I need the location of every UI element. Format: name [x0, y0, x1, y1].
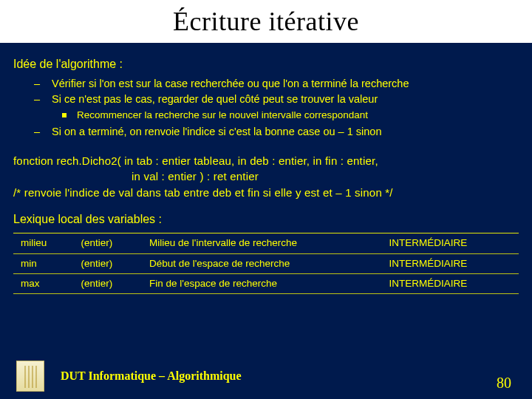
- slide-body: Idée de l'algorithme : – Vérifier si l'o…: [0, 47, 532, 294]
- var-type: (entier): [74, 273, 143, 293]
- sub-list-item: Recommencer la recherche sur le nouvel i…: [34, 109, 519, 122]
- table-row: min (entier) Début de l'espace de recher…: [13, 253, 519, 273]
- intro-text: Idée de l'algorithme :: [13, 56, 519, 72]
- title-bar: Écriture itérative: [0, 0, 532, 47]
- var-role: INTERMÉDIAIRE: [381, 273, 519, 293]
- list-item: – Si on a terminé, on renvoie l'indice s…: [34, 125, 519, 140]
- bullet-text: Si on a terminé, on renvoie l'indice si …: [52, 125, 381, 140]
- function-signature: fonction rech.Dicho2( in tab : entier ta…: [13, 153, 519, 201]
- footer: DUT Informatique – Algorithmique 80: [0, 361, 532, 392]
- var-type: (entier): [74, 233, 143, 253]
- table-row: max (entier) Fin de l'espace de recherch…: [13, 273, 519, 293]
- signature-comment: /* renvoie l'indice de val dans tab entr…: [13, 185, 519, 201]
- lexique-heading: Lexique local des variables :: [13, 211, 519, 228]
- square-bullet-icon: [62, 113, 66, 117]
- dash-icon: –: [34, 92, 41, 107]
- var-desc: Milieu de l'intervalle de recherche: [142, 233, 381, 253]
- bullet-text: Vérifier si l'on est sur la case recherc…: [52, 77, 409, 92]
- footer-text: DUT Informatique – Algorithmique: [61, 369, 242, 383]
- var-name: min: [13, 253, 74, 273]
- dash-icon: –: [34, 125, 41, 140]
- var-name: milieu: [13, 233, 74, 253]
- var-desc: Début de l'espace de recherche: [142, 253, 381, 273]
- bullet-text: Si ce n'est pas le cas, regarder de quel…: [52, 92, 378, 107]
- var-role: INTERMÉDIAIRE: [381, 253, 519, 273]
- page-number: 80: [497, 375, 511, 392]
- table-row: milieu (entier) Milieu de l'intervalle d…: [13, 233, 519, 253]
- logo-icon: [16, 361, 44, 392]
- list-item: – Si ce n'est pas le cas, regarder de qu…: [34, 92, 519, 107]
- signature-line: fonction rech.Dicho2( in tab : entier ta…: [13, 153, 519, 169]
- bullet-list: – Vérifier si l'on est sur la case reche…: [13, 77, 519, 140]
- var-type: (entier): [74, 253, 143, 273]
- sub-bullet-text: Recommencer la recherche sur le nouvel i…: [77, 109, 368, 122]
- list-item: – Vérifier si l'on est sur la case reche…: [34, 77, 519, 92]
- var-name: max: [13, 273, 74, 293]
- var-desc: Fin de l'espace de recherche: [142, 273, 381, 293]
- slide-title: Écriture itérative: [173, 6, 359, 37]
- variables-table: milieu (entier) Milieu de l'intervalle d…: [13, 233, 519, 294]
- dash-icon: –: [34, 77, 41, 92]
- signature-line: in val : entier ) : ret entier: [13, 168, 519, 185]
- var-role: INTERMÉDIAIRE: [381, 233, 519, 253]
